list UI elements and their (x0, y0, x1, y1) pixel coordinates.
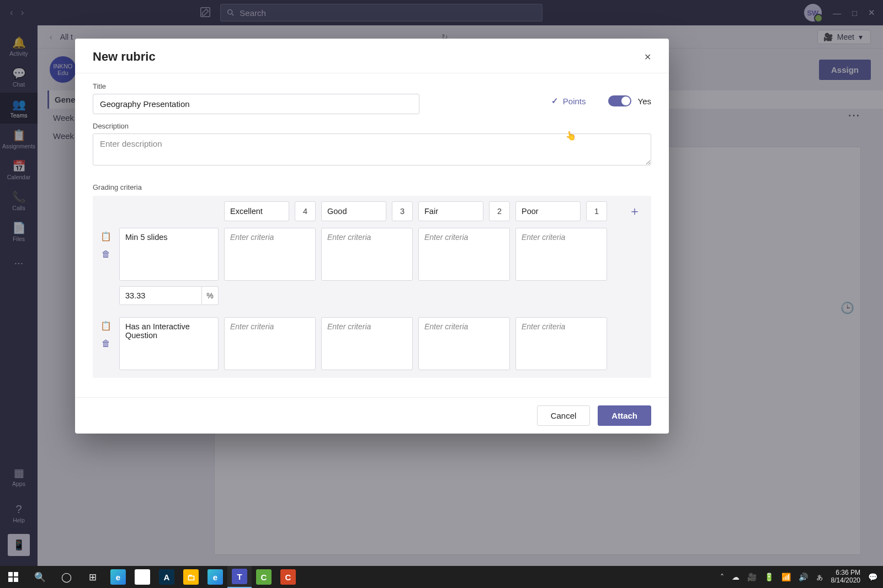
tray-volume-icon[interactable]: 🔊 (799, 573, 808, 581)
delete-icon[interactable]: 🗑 (102, 339, 110, 349)
title-label: Title (93, 82, 419, 90)
taskbar-app-camtasia[interactable]: C (252, 566, 276, 588)
criterion-row-1: 📋 🗑 Has an Interactive Question (98, 317, 646, 378)
new-rubric-modal: New rubric ✕ Title ✓ Points Yes 👆 Descri (75, 39, 669, 434)
level-name-0[interactable] (224, 201, 289, 221)
taskbar-app-chrome[interactable]: ◉ (130, 566, 155, 588)
tray-wifi-icon[interactable]: 📶 (781, 573, 791, 581)
cancel-button[interactable]: Cancel (537, 405, 591, 426)
cursor-icon: 👆 (565, 130, 577, 142)
criterion-name-0[interactable]: Min 5 slides (119, 228, 219, 281)
attach-button[interactable]: Attach (598, 405, 651, 426)
svg-rect-2 (8, 572, 13, 576)
svg-rect-5 (14, 578, 18, 582)
taskbar-app-edge[interactable]: e (106, 566, 130, 588)
title-input[interactable] (93, 94, 419, 114)
copy-icon[interactable]: 📋 (100, 320, 111, 331)
grading-levels-header: ＋ (98, 201, 646, 221)
taskbar: 🔍 ◯ ⊞ e ◉ A 🗀 e T C C ˄ ☁ 🎥 🔋 📶 🔊 ぁ 6:36… (0, 566, 883, 588)
taskbar-app-explorer[interactable]: 🗀 (179, 566, 203, 588)
modal-title: New rubric (93, 50, 156, 64)
criterion-cell-1-3[interactable] (515, 317, 607, 370)
level-points-2[interactable] (489, 201, 510, 221)
level-name-1[interactable] (321, 201, 386, 221)
taskview-icon[interactable]: ⊞ (79, 566, 106, 588)
taskbar-app-edge2[interactable]: e (203, 566, 227, 588)
points-button[interactable]: ✓ Points (551, 96, 586, 106)
svg-rect-3 (14, 572, 18, 576)
copy-icon[interactable]: 📋 (100, 231, 111, 242)
level-points-0[interactable] (295, 201, 316, 221)
cortana-icon[interactable]: ◯ (53, 566, 79, 588)
tray-battery-icon[interactable]: 🔋 (764, 573, 774, 581)
criterion-cell-1-1[interactable] (321, 317, 413, 370)
start-button[interactable] (0, 566, 26, 588)
grading-grid: ＋ 📋 🗑 Min 5 slides % � (93, 196, 651, 378)
level-name-2[interactable] (418, 201, 483, 221)
criterion-name-1[interactable]: Has an Interactive Question (119, 317, 219, 370)
level-name-3[interactable] (515, 201, 581, 221)
tray-meetnow-icon[interactable]: 🎥 (747, 573, 757, 581)
criterion-cell-0-2[interactable] (418, 228, 510, 281)
criterion-cell-0-1[interactable] (321, 228, 413, 281)
description-label: Description (93, 122, 651, 130)
level-points-3[interactable] (586, 201, 607, 221)
criterion-cell-1-2[interactable] (418, 317, 510, 370)
delete-icon[interactable]: 🗑 (102, 249, 110, 259)
check-icon: ✓ (551, 96, 558, 106)
weight-unit-0: % (202, 286, 219, 305)
weight-input-0[interactable] (119, 286, 202, 305)
points-toggle[interactable] (608, 95, 631, 106)
level-points-1[interactable] (392, 201, 413, 221)
tray-ime-icon[interactable]: ぁ (816, 572, 823, 582)
taskbar-app-anki[interactable]: A (155, 566, 179, 588)
toggle-label: Yes (638, 97, 651, 106)
criterion-cell-0-3[interactable] (515, 228, 607, 281)
criterion-row-0: 📋 🗑 Min 5 slides (98, 228, 646, 288)
add-level-button[interactable]: ＋ (624, 201, 646, 221)
action-center-icon[interactable]: 💬 (868, 573, 877, 581)
criterion-weight-0: % (119, 286, 646, 305)
taskbar-app-recorder[interactable]: C (276, 566, 300, 588)
taskbar-search[interactable]: 🔍 (26, 566, 53, 588)
tray-chevron-icon[interactable]: ˄ (720, 573, 724, 581)
criterion-cell-0-0[interactable] (224, 228, 316, 281)
taskbar-app-teams[interactable]: T (227, 566, 252, 588)
grading-criteria-label: Grading criteria (93, 183, 651, 191)
close-icon[interactable]: ✕ (644, 52, 651, 62)
tray-onedrive-icon[interactable]: ☁ (732, 573, 740, 581)
svg-rect-4 (8, 578, 13, 582)
criterion-cell-1-0[interactable] (224, 317, 316, 370)
taskbar-clock[interactable]: 6:36 PM 8/14/2020 (831, 569, 860, 585)
